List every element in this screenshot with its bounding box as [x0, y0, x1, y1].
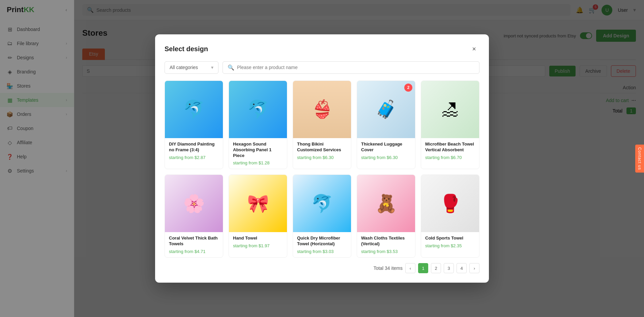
- product-price: starting from $1.28: [233, 160, 283, 165]
- product-name: Hexagon Sound Absorbing Panel 1 Piece: [233, 141, 283, 159]
- product-info: Quick Dry Microfiber Towel (Horizontal) …: [293, 232, 351, 257]
- product-thumbnail: 🎀: [229, 175, 287, 232]
- product-card-10[interactable]: 🥊 Cold Sports Towel starting from $2.35: [421, 175, 479, 258]
- contact-us-button[interactable]: Contact us: [635, 145, 644, 172]
- pagination-page-1[interactable]: 1: [418, 263, 428, 273]
- product-thumbnail: 🌸: [165, 175, 223, 232]
- pagination-next[interactable]: ›: [469, 263, 479, 273]
- category-filter-label: All categories: [170, 65, 198, 70]
- modal-footer: Total 34 items ‹ 1 2 3 4 ›: [165, 263, 479, 273]
- product-price: starting from $2.35: [425, 243, 475, 248]
- product-name: Thickened Luggage Cover: [361, 141, 411, 153]
- pagination-page-4[interactable]: 4: [457, 263, 467, 273]
- product-name: Cold Sports Towel: [425, 235, 475, 241]
- product-name: Microfiber Beach Towel Vertical Absorben…: [425, 141, 475, 153]
- product-name: Thong Bikini Customized Services: [297, 141, 347, 153]
- product-card-3[interactable]: 👙 Thong Bikini Customized Services start…: [293, 81, 351, 169]
- product-thumbnail: 🐬: [293, 175, 351, 232]
- products-grid: 🐬 DIY Diamond Painting no Frame (3:4) st…: [165, 81, 479, 258]
- product-thumbnail: 👙: [293, 81, 351, 138]
- modal-header: Select design ×: [165, 44, 479, 55]
- modal-close-button[interactable]: ×: [469, 44, 479, 55]
- product-card-9[interactable]: 🧸 Wash Cloths Textiles (Vertical) starti…: [357, 175, 415, 258]
- pagination-page-2[interactable]: 2: [431, 263, 441, 273]
- product-name: Coral Velvet Thick Bath Towels: [169, 235, 219, 247]
- product-name: Wash Cloths Textiles (Vertical): [361, 235, 411, 247]
- product-card-4[interactable]: 🧳 2 Thickened Luggage Cover starting fro…: [357, 81, 415, 169]
- product-info: DIY Diamond Painting no Frame (3:4) star…: [165, 138, 223, 163]
- category-filter[interactable]: All categories ▾: [165, 61, 218, 74]
- product-thumbnail: 🐬: [229, 81, 287, 138]
- modal-title: Select design: [165, 45, 208, 53]
- product-badge: 2: [404, 84, 412, 92]
- product-name: Quick Dry Microfiber Towel (Horizontal): [297, 235, 347, 247]
- product-info: Thickened Luggage Cover starting from $6…: [357, 138, 415, 163]
- product-card-1[interactable]: 🐬 DIY Diamond Painting no Frame (3:4) st…: [165, 81, 223, 169]
- product-card-8[interactable]: 🐬 Quick Dry Microfiber Towel (Horizontal…: [293, 175, 351, 258]
- product-thumbnail: 🐬: [165, 81, 223, 138]
- product-info: Hand Towel starting from $1.97: [229, 232, 287, 252]
- modal-overlay[interactable]: Select design × All categories ▾ 🔍 🐬 DIY…: [0, 0, 644, 317]
- chevron-down-icon: ▾: [211, 65, 213, 70]
- product-thumbnail: 🧳 2: [357, 81, 415, 138]
- product-info: Cold Sports Towel starting from $2.35: [421, 232, 479, 252]
- contact-us-panel: Contact us: [635, 145, 644, 172]
- search-icon: 🔍: [228, 64, 234, 71]
- product-price: starting from $6.70: [425, 155, 475, 160]
- product-thumbnail: 🥊: [421, 175, 479, 232]
- product-card-2[interactable]: 🐬 Hexagon Sound Absorbing Panel 1 Piece …: [229, 81, 287, 169]
- product-thumbnail: 🏖: [421, 81, 479, 138]
- product-card-5[interactable]: 🏖 Microfiber Beach Towel Vertical Absorb…: [421, 81, 479, 169]
- product-price: starting from $4.71: [169, 249, 219, 254]
- product-info: Coral Velvet Thick Bath Towels starting …: [165, 232, 223, 257]
- product-info: Microfiber Beach Towel Vertical Absorben…: [421, 138, 479, 163]
- product-info: Wash Cloths Textiles (Vertical) starting…: [357, 232, 415, 257]
- product-card-6[interactable]: 🌸 Coral Velvet Thick Bath Towels startin…: [165, 175, 223, 258]
- product-search-input[interactable]: [237, 65, 474, 70]
- pagination-total: Total 34 items: [374, 265, 403, 271]
- product-price: starting from $6.30: [297, 155, 347, 160]
- product-thumbnail: 🧸: [357, 175, 415, 232]
- product-price: starting from $2.87: [169, 155, 219, 160]
- product-price: starting from $3.53: [361, 249, 411, 254]
- pagination-page-3[interactable]: 3: [444, 263, 454, 273]
- modal-filters: All categories ▾ 🔍: [165, 61, 479, 74]
- product-card-7[interactable]: 🎀 Hand Towel starting from $1.97: [229, 175, 287, 258]
- product-price: starting from $1.97: [233, 243, 283, 248]
- product-search-wrap: 🔍: [223, 61, 479, 74]
- product-price: starting from $6.30: [361, 155, 411, 160]
- product-price: starting from $3.03: [297, 249, 347, 254]
- pagination-prev[interactable]: ‹: [405, 263, 415, 273]
- product-name: DIY Diamond Painting no Frame (3:4): [169, 141, 219, 153]
- product-name: Hand Towel: [233, 235, 283, 241]
- product-info: Thong Bikini Customized Services startin…: [293, 138, 351, 163]
- select-design-modal: Select design × All categories ▾ 🔍 🐬 DIY…: [155, 34, 489, 283]
- product-info: Hexagon Sound Absorbing Panel 1 Piece st…: [229, 138, 287, 169]
